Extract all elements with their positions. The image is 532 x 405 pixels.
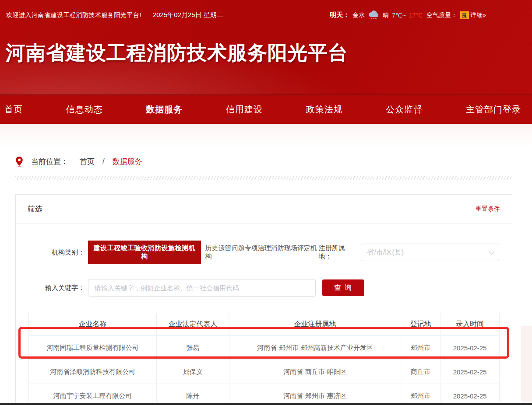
filter-panel: 筛选 重置条件 机构类别： 建设工程竣工验收消防设施检测机构 历史遗留问题专项治… <box>15 194 512 405</box>
search-button[interactable]: 查 询 <box>322 279 364 296</box>
location-pin-icon <box>15 156 23 167</box>
col-header-registration-city: 登记地 <box>401 313 440 336</box>
col-header-company-name: 企业名称 <box>29 313 157 336</box>
chevron-down-icon <box>489 249 494 255</box>
filter-panel-header: 筛选 重置条件 <box>16 195 512 223</box>
breadcrumb-separator: / <box>102 157 105 166</box>
nav-item-home[interactable]: 首页 <box>4 104 23 115</box>
region-select[interactable]: 省/市/区(县) <box>361 244 499 261</box>
temp-low: 7℃~ <box>392 12 406 19</box>
nav-item-credit[interactable]: 信用建设 <box>226 104 263 115</box>
cloud-icon <box>368 10 380 20</box>
col-header-legal-rep: 企业法定代表人 <box>157 313 229 336</box>
masthead: 欢迎进入河南省建设工程消防技术服务阳光平台! 2025年02月25日 星期二 明… <box>0 0 532 94</box>
results-table: 企业名称 企业法定代表人 企业注册属地 登记地 录入时间 河南固瑞工程质量检测有… <box>28 313 500 405</box>
breadcrumb-home[interactable]: 首页 <box>80 157 95 167</box>
cell-company-name: 河南宇宁安装工程有限公司 <box>29 384 157 405</box>
region-select-placeholder: 省/市/区(县) <box>367 248 489 257</box>
nav-item-news[interactable]: 信息动态 <box>66 104 103 115</box>
table-row: 河南省泽顺消防科技有限公司 屈保义 河南省-商丘市-睢阳区 商丘市 2025-0… <box>29 360 500 384</box>
topbar: 欢迎进入河南省建设工程消防技术服务阳光平台! 2025年02月25日 星期二 明… <box>0 0 532 20</box>
cell-entry-date: 2025-02-25 <box>440 360 500 384</box>
nav-item-data-service[interactable]: 数据服务 <box>146 104 183 115</box>
main-nav: 首页 信息动态 数据服务 信用建设 政策法规 公众监督 主管部门登录 <box>0 94 532 124</box>
cell-entry-date: 2025-02-25 <box>440 384 500 405</box>
category-option-other[interactable]: 历史遗留问题专项治理消防现场评定机构 <box>205 244 319 261</box>
breadcrumb-current: 数据服务 <box>113 157 142 167</box>
reset-filters-link[interactable]: 重置条件 <box>476 205 500 213</box>
table-row: 河南固瑞工程质量检测有限公司 张易 河南省-郑州市-郑州高新技术产业开发区 郑州… <box>29 336 500 360</box>
main-content: 当前位置： 首页 / 数据服务 筛选 重置条件 机构类别： 建设工程竣工验收消防… <box>0 124 532 405</box>
cell-legal-rep: 张易 <box>157 336 229 360</box>
col-header-entry-date: 录入时间 <box>440 313 500 336</box>
col-header-registered-address: 企业注册属地 <box>229 313 401 336</box>
cell-entry-date: 2025-02-25 <box>440 336 500 360</box>
aqi-label: 空气质量： <box>426 11 457 19</box>
keyword-label: 输入关键字： <box>28 284 85 292</box>
breadcrumb-label: 当前位置： <box>31 157 68 167</box>
category-label: 机构类别： <box>28 248 85 257</box>
keyword-filter-row: 输入关键字： 查 询 <box>28 279 499 297</box>
bottom-bar <box>0 403 532 405</box>
cell-legal-rep: 屈保义 <box>157 360 229 384</box>
page-title: 河南省建设工程消防技术服务阳光平台 <box>6 40 532 66</box>
cell-registration-city: 郑州市 <box>401 336 440 360</box>
weather-widget: 明天： 金水 晴 7℃~ 17℃ 空气质量： 良 详细» <box>330 10 486 20</box>
region-filter-group: 注册所属地： 省/市/区(县) <box>319 244 499 261</box>
cell-registered-address: 河南省-郑州市-郑州高新技术产业开发区 <box>229 336 401 360</box>
nav-item-admin-login[interactable]: 主管部门登录 <box>466 104 521 115</box>
cell-registered-address: 河南省-商丘市-睢阳区 <box>229 360 401 384</box>
slash-divider <box>15 176 512 180</box>
cell-legal-rep: 陈丹 <box>157 384 229 405</box>
weather-condition: 晴 <box>383 11 389 19</box>
filter-title: 筛选 <box>28 204 42 214</box>
cell-company-name: 河南省泽顺消防科技有限公司 <box>29 360 157 384</box>
category-filter-row: 机构类别： 建设工程竣工验收消防设施检测机构 历史遗留问题专项治理消防现场评定机… <box>28 241 499 264</box>
date-text: 2025年02月25日 星期二 <box>153 11 223 19</box>
keyword-input[interactable] <box>88 279 316 297</box>
weather-city: 金水 <box>352 11 365 19</box>
filter-panel-body: 机构类别： 建设工程竣工验收消防设施检测机构 历史遗留问题专项治理消防现场评定机… <box>16 223 512 405</box>
temp-high: 17℃ <box>409 12 423 19</box>
region-label: 注册所属地： <box>319 244 356 261</box>
cell-company-name: 河南固瑞工程质量检测有限公司 <box>29 336 157 360</box>
table-header-row: 企业名称 企业法定代表人 企业注册属地 登记地 录入时间 <box>29 313 500 336</box>
weather-label: 明天： <box>330 11 349 19</box>
nav-item-supervision[interactable]: 公众监督 <box>386 104 423 115</box>
breadcrumb: 当前位置： 首页 / 数据服务 <box>15 124 512 167</box>
aqi-badge: 良 <box>460 11 469 19</box>
category-option-selected[interactable]: 建设工程竣工验收消防设施检测机构 <box>88 241 201 264</box>
table-row: 河南宇宁安装工程有限公司 陈丹 河南省-郑州市-惠济区 郑州市 2025-02-… <box>29 384 500 405</box>
weather-detail-link[interactable]: 详细» <box>470 11 486 19</box>
nav-item-policy[interactable]: 政策法规 <box>306 104 343 115</box>
cell-registration-city: 商丘市 <box>401 360 440 384</box>
welcome-text: 欢迎进入河南省建设工程消防技术服务阳光平台! <box>6 11 141 19</box>
cell-registered-address: 河南省-郑州市-惠济区 <box>229 384 401 405</box>
cell-registration-city: 郑州市 <box>401 384 440 405</box>
